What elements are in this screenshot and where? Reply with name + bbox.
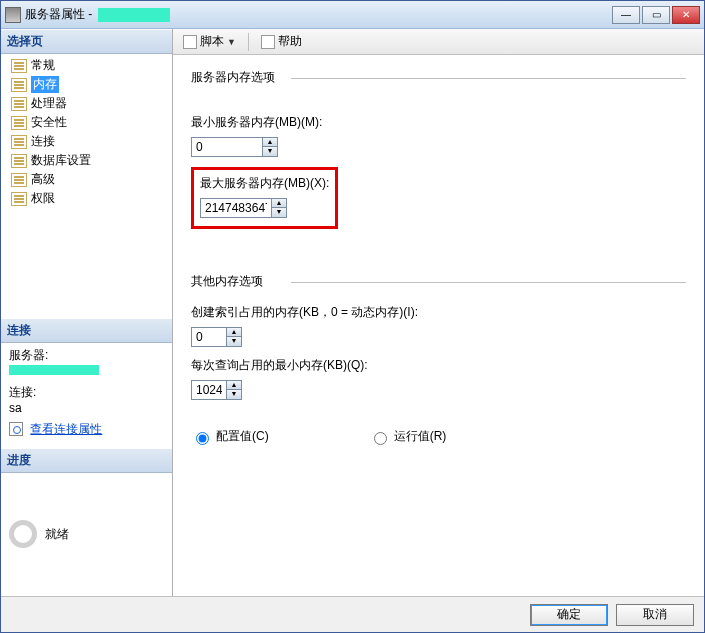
page-item-connections[interactable]: 连接: [1, 132, 172, 151]
spin-down-icon[interactable]: ▼: [263, 147, 277, 156]
connection-info: 服务器: 连接: sa 查看连接属性: [1, 343, 172, 448]
max-memory-input[interactable]: [201, 199, 271, 217]
help-icon: [261, 35, 275, 49]
app-icon: [5, 7, 21, 23]
index-memory-label: 创建索引占用的内存(KB，0 = 动态内存)(I):: [191, 304, 686, 321]
other-memory-title: 其他内存选项: [191, 274, 263, 288]
spin-up-icon[interactable]: ▲: [263, 138, 277, 147]
page-label: 处理器: [31, 95, 67, 112]
page-label: 连接: [31, 133, 55, 150]
page-item-memory[interactable]: 内存: [1, 75, 172, 94]
page-icon: [11, 116, 27, 130]
server-memory-group: 服务器内存选项 最小服务器内存(MB)(M): ▲ ▼ 最大服务器内存(MB)(…: [191, 69, 686, 229]
server-label: 服务器:: [9, 347, 164, 364]
spin-up-icon[interactable]: ▲: [227, 328, 241, 337]
query-memory-spinner[interactable]: ▲ ▼: [191, 380, 242, 400]
page-label: 常规: [31, 57, 55, 74]
properties-icon: [9, 422, 23, 436]
page-icon: [11, 154, 27, 168]
page-list: 常规 内存 处理器 安全性 连接 数据库设置: [1, 54, 172, 318]
view-connection-properties-link[interactable]: 查看连接属性: [30, 422, 102, 436]
help-button[interactable]: 帮助: [257, 31, 306, 52]
toolbar-separator: [248, 33, 249, 51]
group-title: 服务器内存选项: [191, 69, 686, 86]
content-area: 服务器内存选项 最小服务器内存(MB)(M): ▲ ▼ 最大服务器内存(MB)(…: [173, 55, 704, 596]
right-panel: 脚本 ▼ 帮助 服务器内存选项 最小服务器内存(MB)(M):: [173, 29, 704, 596]
min-memory-input[interactable]: [192, 138, 262, 156]
index-memory-spinner[interactable]: ▲ ▼: [191, 327, 242, 347]
spin-down-icon[interactable]: ▼: [227, 390, 241, 399]
spin-up-icon[interactable]: ▲: [227, 381, 241, 390]
page-item-advanced[interactable]: 高级: [1, 170, 172, 189]
configured-value-radio[interactable]: 配置值(C): [191, 428, 269, 445]
minimize-button[interactable]: —: [612, 6, 640, 24]
page-icon: [11, 97, 27, 111]
page-icon: [11, 59, 27, 73]
connection-header: 连接: [1, 318, 172, 343]
ok-button[interactable]: 确定: [530, 604, 608, 626]
value-mode-radios: 配置值(C) 运行值(R): [191, 428, 686, 445]
page-item-permissions[interactable]: 权限: [1, 189, 172, 208]
progress-header: 进度: [1, 448, 172, 473]
page-label: 安全性: [31, 114, 67, 131]
running-label: 运行值(R): [394, 428, 447, 445]
divider: [291, 282, 686, 283]
index-memory-input[interactable]: [192, 328, 226, 346]
close-button[interactable]: ✕: [672, 6, 700, 24]
page-item-general[interactable]: 常规: [1, 56, 172, 75]
dropdown-caret-icon[interactable]: ▼: [227, 37, 236, 47]
page-item-database-settings[interactable]: 数据库设置: [1, 151, 172, 170]
configured-label: 配置值(C): [216, 428, 269, 445]
min-memory-spinner[interactable]: ▲ ▼: [191, 137, 278, 157]
page-label: 高级: [31, 171, 55, 188]
window-controls: — ▭ ✕: [612, 6, 700, 24]
query-memory-input[interactable]: [192, 381, 226, 399]
script-button[interactable]: 脚本 ▼: [179, 31, 240, 52]
maximize-button[interactable]: ▭: [642, 6, 670, 24]
page-icon: [11, 78, 27, 92]
server-name-redacted: xxx.xxx.x.xx: [98, 8, 170, 22]
dialog-footer: 确定 取消: [1, 596, 704, 632]
cancel-button[interactable]: 取消: [616, 604, 694, 626]
configured-radio-input[interactable]: [196, 432, 209, 445]
page-label: 权限: [31, 190, 55, 207]
page-icon: [11, 135, 27, 149]
window-title: 服务器属性 -: [25, 6, 92, 23]
progress-panel: 就绪: [1, 473, 172, 597]
script-icon: [183, 35, 197, 49]
select-page-header: 选择页: [1, 29, 172, 54]
divider: [291, 78, 686, 79]
connection-label: 连接:: [9, 384, 164, 401]
max-memory-highlight: 最大服务器内存(MB)(X): ▲ ▼: [191, 167, 338, 229]
min-memory-label: 最小服务器内存(MB)(M):: [191, 114, 686, 131]
toolbar: 脚本 ▼ 帮助: [173, 29, 704, 55]
page-icon: [11, 192, 27, 206]
script-label: 脚本: [200, 33, 224, 50]
running-radio-input[interactable]: [374, 432, 387, 445]
max-memory-label: 最大服务器内存(MB)(X):: [200, 175, 329, 192]
other-memory-group: 其他内存选项 创建索引占用的内存(KB，0 = 动态内存)(I): ▲ ▼ 每次…: [191, 273, 686, 400]
left-panel: 选择页 常规 内存 处理器 安全性 连接: [1, 29, 173, 596]
query-memory-label: 每次查询占用的最小内存(KB)(Q):: [191, 357, 686, 374]
server-memory-title: 服务器内存选项: [191, 70, 275, 84]
spin-down-icon[interactable]: ▼: [227, 337, 241, 346]
max-memory-spinner[interactable]: ▲ ▼: [200, 198, 287, 218]
page-item-security[interactable]: 安全性: [1, 113, 172, 132]
group-title: 其他内存选项: [191, 273, 686, 290]
spin-up-icon[interactable]: ▲: [272, 199, 286, 208]
page-icon: [11, 173, 27, 187]
connection-value: sa: [9, 401, 164, 415]
page-label: 内存: [31, 76, 59, 93]
running-value-radio[interactable]: 运行值(R): [369, 428, 447, 445]
server-value-redacted: [9, 365, 99, 375]
page-label: 数据库设置: [31, 152, 91, 169]
progress-spinner-icon: [9, 520, 37, 548]
page-item-processor[interactable]: 处理器: [1, 94, 172, 113]
titlebar: 服务器属性 - xxx.xxx.x.xx — ▭ ✕: [1, 1, 704, 29]
help-label: 帮助: [278, 33, 302, 50]
progress-status: 就绪: [45, 526, 69, 543]
spin-down-icon[interactable]: ▼: [272, 208, 286, 217]
